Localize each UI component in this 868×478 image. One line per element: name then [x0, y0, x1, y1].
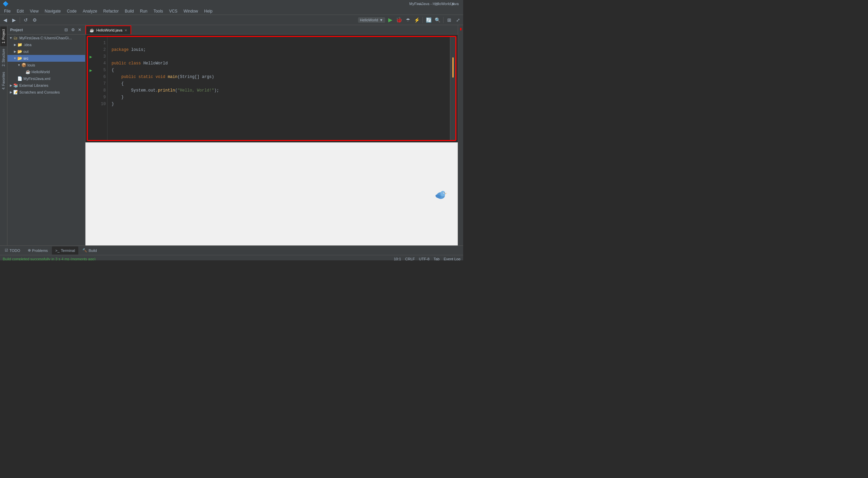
terminal-icon: >_ — [55, 248, 60, 253]
search-everywhere-button[interactable]: 🔍 — [434, 16, 441, 24]
event-log[interactable]: Event Log — [443, 257, 460, 261]
tree-item-idea[interactable]: ▶ 📁 .idea — [7, 41, 85, 48]
tree-arrow: ▼ — [13, 56, 17, 60]
tree-label: src — [23, 56, 28, 60]
menu-refactor[interactable]: Refactor — [101, 8, 121, 14]
mascot-bird — [434, 188, 448, 205]
todo-label: TODO — [9, 248, 20, 253]
tree-label: MyFirstJava C:\Users\ChaoG\... — [19, 36, 72, 40]
menu-file[interactable]: File — [1, 8, 13, 14]
scratch-icon: 📝 — [13, 89, 18, 95]
line-ending[interactable]: CRLF — [405, 257, 415, 261]
indent-type[interactable]: Tab — [434, 257, 440, 261]
folder-icon: 📁 — [17, 42, 22, 47]
problems-label: Problems — [32, 248, 48, 253]
forward-button[interactable]: ▶ — [10, 16, 18, 24]
left-tabs: 1: Project 2: Structure 4: Favorites — [0, 25, 7, 245]
debug-button[interactable]: 🐞 — [395, 16, 403, 24]
tree-arrow: ▶ — [21, 70, 25, 74]
svg-point-3 — [444, 193, 445, 193]
todo-icon: ☑ — [5, 248, 8, 253]
profile-button[interactable]: ⚡ — [413, 16, 420, 24]
menu-navigate[interactable]: Navigate — [42, 8, 63, 14]
tree-item-src[interactable]: ▼ 📂 src — [7, 55, 85, 62]
tree-item-louis[interactable]: ▼ 📦 louis — [7, 62, 85, 68]
tab-structure[interactable]: 2: Structure — [0, 46, 7, 69]
tab-terminal[interactable]: >_ Terminal — [52, 246, 78, 255]
build-status-message: Build completed successfully in 3 s 4 ms… — [3, 257, 96, 261]
package-icon: 📦 — [21, 62, 26, 68]
menu-build[interactable]: Build — [122, 8, 137, 14]
tree-label: External Libraries — [19, 83, 48, 87]
tab-build[interactable]: 🔨 Build — [79, 246, 100, 255]
tree-arrow: ▶ — [9, 90, 13, 94]
tree-arrow: ▼ — [9, 36, 13, 40]
tree-arrow: ▶ — [13, 43, 17, 47]
run-config-arrow: ▼ — [379, 18, 383, 22]
settings-button[interactable]: ⚙ — [31, 16, 38, 24]
tab-favorites[interactable]: 4: Favorites — [0, 69, 7, 92]
tree-item-helloworld[interactable]: ▶ ☕ HelloWorld — [7, 68, 85, 75]
title-bar-left: 🔷 — [3, 1, 8, 6]
tab-close-button[interactable]: ✕ — [124, 28, 127, 32]
lower-area — [85, 142, 458, 245]
code-content[interactable]: package louis; public class HelloWorld {… — [107, 37, 450, 140]
tab-label: HelloWorld.java — [96, 28, 122, 32]
tab-todo[interactable]: ☑ TODO — [1, 246, 24, 255]
tab-icon: ☕ — [90, 28, 94, 33]
back-button[interactable]: ◀ — [1, 16, 9, 24]
title-bar: 🔷 MyFirstJava - HelloWorld.java — □ ✕ — [0, 0, 463, 7]
coverage-button[interactable]: ☂ — [404, 16, 412, 24]
run-configuration[interactable]: HelloWorld ▼ — [358, 17, 385, 23]
run-arrow-5[interactable]: ▶ — [88, 67, 93, 74]
sync-button[interactable]: ↺ — [22, 16, 29, 24]
tree-item-myfirstjava[interactable]: ▼ 🗂 MyFirstJava C:\Users\ChaoG\... — [7, 35, 85, 41]
menu-analyze[interactable]: Analyze — [80, 8, 100, 14]
status-left: Build completed successfully in 3 s 4 ms… — [3, 257, 96, 261]
run-arrow-3[interactable]: ▶ — [88, 53, 93, 60]
expand-button[interactable]: ⤢ — [454, 16, 462, 24]
right-sidebar — [458, 25, 463, 245]
menu-window[interactable]: Window — [181, 8, 201, 14]
tree-item-xml[interactable]: ▶ 📄 MyFirstJava.xml — [7, 75, 85, 82]
right-gutter — [450, 37, 455, 140]
editor-tab-helloworld[interactable]: ☕ HelloWorld.java ✕ — [85, 25, 131, 34]
java-icon: ☕ — [25, 69, 31, 75]
tree-item-scratches[interactable]: ▶ 📝 Scratches and Consoles — [7, 89, 85, 96]
warning-stripe — [452, 57, 454, 78]
menu-help[interactable]: Help — [201, 8, 215, 14]
menu-view[interactable]: View — [27, 8, 41, 14]
status-bar: Build completed successfully in 3 s 4 ms… — [0, 255, 463, 260]
sidebar-settings-icon[interactable]: ⚙ — [70, 27, 76, 33]
sidebar-collapse-icon[interactable]: ⊟ — [63, 27, 69, 33]
build-label: Build — [88, 248, 97, 253]
menu-bar: File Edit View Navigate Code Analyze Ref… — [0, 7, 463, 15]
cursor-position[interactable]: 10:1 — [394, 257, 401, 261]
menu-tools[interactable]: Tools — [151, 8, 166, 14]
run-button[interactable]: ▶ — [387, 16, 394, 24]
main-layout: 1: Project 2: Structure 4: Favorites Pro… — [0, 25, 463, 245]
ext-libs-icon: 📚 — [13, 83, 18, 88]
sidebar-header-icons: ⊟ ⚙ ✕ — [63, 27, 82, 33]
toolbar-sep-3 — [443, 17, 443, 23]
code-editor: ▶ ▶ ▶ ▶ ▶ 1 2 3 4 5 6 7 8 9 10 — [87, 36, 456, 141]
sidebar-close-icon[interactable]: ✕ — [77, 27, 82, 33]
tab-project[interactable]: 1: Project — [0, 26, 7, 46]
toolbar-sep-2 — [422, 17, 423, 23]
menu-vcs[interactable]: VCS — [166, 8, 180, 14]
xml-icon: 📄 — [17, 76, 22, 81]
encoding[interactable]: UTF-8 — [419, 257, 430, 261]
restore-button[interactable]: ⊞ — [446, 16, 453, 24]
tab-problems[interactable]: ⊕ Problems — [24, 246, 51, 255]
update-button[interactable]: 🔄 — [425, 16, 432, 24]
tree-item-ext-libs[interactable]: ▶ 📚 External Libraries — [7, 82, 85, 89]
error-stripe — [460, 28, 461, 31]
editor-area: ☕ HelloWorld.java ✕ ▶ ▶ ▶ ▶ ▶ 1 — [85, 25, 458, 245]
menu-run[interactable]: Run — [137, 8, 150, 14]
run-gutter: ▶ ▶ ▶ ▶ ▶ — [88, 37, 94, 140]
menu-edit[interactable]: Edit — [14, 8, 26, 14]
menu-code[interactable]: Code — [64, 8, 79, 14]
svg-point-1 — [440, 191, 445, 196]
tree-item-out[interactable]: ▶ 📂 out — [7, 48, 85, 55]
tree-label: louis — [27, 63, 35, 67]
